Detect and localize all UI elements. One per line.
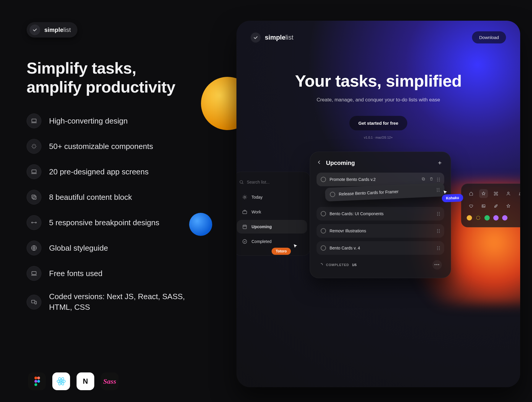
progress-icon bbox=[319, 263, 323, 267]
feature-text: High-converting design bbox=[49, 116, 128, 126]
svg-rect-6 bbox=[32, 300, 35, 303]
drag-handle-icon[interactable] bbox=[437, 188, 440, 192]
task-checkbox[interactable] bbox=[321, 177, 326, 182]
svg-point-8 bbox=[35, 377, 37, 379]
globe-icon bbox=[27, 241, 41, 255]
devices-icon bbox=[27, 295, 41, 309]
feature-item: Coded versions: Next JS, React, SASS, HT… bbox=[27, 291, 216, 312]
svg-rect-20 bbox=[243, 225, 246, 229]
task-label: Release Bento Cards for Framer bbox=[339, 189, 399, 197]
nextjs-icon: N bbox=[77, 372, 94, 390]
svg-rect-25 bbox=[482, 205, 485, 207]
get-started-button[interactable]: Get started for free bbox=[349, 116, 407, 130]
app-hero-subtitle: Create, manage, and conquer your to-do l… bbox=[236, 97, 520, 103]
back-icon[interactable] bbox=[317, 160, 322, 166]
task-checkbox[interactable] bbox=[321, 228, 326, 234]
check-circle-icon bbox=[242, 239, 247, 244]
task-checkbox[interactable] bbox=[321, 211, 326, 216]
drag-handle-icon[interactable] bbox=[437, 246, 440, 250]
more-button[interactable]: ••• bbox=[432, 260, 442, 270]
svg-rect-0 bbox=[32, 119, 36, 122]
user-cursor-tag-kohaku: Kohaku bbox=[442, 194, 463, 202]
sass-icon: Sass bbox=[101, 372, 119, 390]
sidebar-item-label: Upcoming bbox=[252, 224, 272, 229]
feature-text: 8 beautiful content block bbox=[49, 193, 132, 202]
tech-badges: N Sass bbox=[28, 372, 119, 390]
svg-rect-7 bbox=[35, 301, 37, 304]
drag-handle-icon[interactable] bbox=[437, 178, 440, 181]
svg-point-9 bbox=[37, 377, 40, 379]
feature-item: High-converting design bbox=[27, 114, 216, 128]
search-placeholder: Search list... bbox=[247, 180, 270, 184]
task-checkbox[interactable] bbox=[321, 245, 326, 251]
image-icon[interactable] bbox=[479, 202, 488, 210]
task-label: Bento Cards v. 4 bbox=[330, 246, 360, 250]
calendar-icon bbox=[242, 224, 247, 229]
brand-name: simplelist bbox=[44, 27, 71, 33]
task-row[interactable]: Bento Cards v. 4 bbox=[317, 241, 444, 255]
star-outline-icon[interactable] bbox=[504, 202, 513, 210]
check-icon bbox=[30, 25, 40, 35]
svg-point-18 bbox=[244, 196, 246, 198]
version-text: v1.0.1 · macOS 12+ bbox=[236, 136, 520, 139]
feature-text: Global styleguide bbox=[49, 244, 108, 253]
react-icon bbox=[52, 372, 70, 390]
completed-label: COMPLETED bbox=[326, 263, 349, 267]
copy-icon bbox=[27, 190, 41, 205]
trash-icon[interactable] bbox=[429, 177, 434, 182]
feature-item: 8 beautiful content block bbox=[27, 190, 216, 205]
command-icon[interactable] bbox=[492, 189, 500, 198]
svg-rect-1 bbox=[32, 170, 36, 173]
add-task-button[interactable] bbox=[435, 158, 444, 167]
download-button[interactable]: Download bbox=[472, 31, 506, 43]
app-header: simplelist Download bbox=[236, 21, 520, 54]
copy-icon[interactable] bbox=[421, 177, 426, 182]
figma-icon bbox=[28, 372, 46, 390]
svg-point-16 bbox=[60, 380, 62, 382]
task-row[interactable]: Removr Illustrations bbox=[317, 224, 444, 238]
svg-rect-19 bbox=[243, 211, 247, 214]
bell-icon[interactable] bbox=[516, 189, 520, 198]
sidebar-item-label: Completed bbox=[252, 239, 272, 244]
sidebar-item-label: Work bbox=[252, 210, 261, 214]
svg-point-11 bbox=[37, 380, 40, 382]
icon-picker-card bbox=[461, 184, 520, 227]
color-swatch[interactable] bbox=[493, 215, 499, 221]
home-icon[interactable] bbox=[467, 189, 476, 198]
brand-pill: simplelist bbox=[27, 22, 77, 38]
search-input[interactable]: Search list... bbox=[236, 177, 310, 189]
feature-item: 20 pre-designed app screens bbox=[27, 164, 216, 179]
color-swatches bbox=[467, 215, 520, 221]
sidebar-item-work[interactable]: Work bbox=[237, 205, 307, 219]
color-swatch[interactable] bbox=[467, 215, 472, 221]
app-preview-frame: simplelist Download Your tasks, simplifi… bbox=[236, 21, 520, 387]
color-swatch[interactable] bbox=[502, 215, 507, 221]
sparkle-icon bbox=[27, 139, 41, 154]
search-icon bbox=[239, 180, 244, 184]
svg-point-12 bbox=[35, 383, 37, 386]
briefcase-icon bbox=[242, 209, 247, 215]
user-icon[interactable] bbox=[504, 189, 513, 198]
sidebar-card: Search list... Today Work Upcoming Compl… bbox=[236, 172, 310, 256]
upcoming-card: Upcoming Promote Bento Cards v.2 Bento C… bbox=[310, 152, 451, 278]
task-label: Promote Bento Cards v.2 bbox=[330, 177, 376, 182]
star-icon[interactable] bbox=[479, 189, 488, 198]
feature-list: High-converting design 50+ customizable … bbox=[27, 114, 216, 312]
feature-text: 5 responsive breakpoint designs bbox=[49, 218, 159, 227]
color-swatch-selected[interactable] bbox=[476, 215, 481, 221]
laptop-icon bbox=[27, 164, 41, 179]
card-title: Upcoming bbox=[326, 160, 355, 166]
leaf-icon[interactable] bbox=[492, 202, 500, 210]
feature-text: Coded versions: Next JS, React, SASS, HT… bbox=[49, 291, 185, 312]
sidebar-item-today[interactable]: Today bbox=[237, 190, 307, 204]
drag-handle-icon[interactable] bbox=[437, 212, 440, 216]
color-swatch[interactable] bbox=[484, 215, 490, 221]
sidebar-item-upcoming[interactable]: Upcoming bbox=[237, 220, 307, 234]
drag-handle-icon[interactable] bbox=[437, 229, 440, 233]
task-row[interactable]: Bento Cards: UI Components bbox=[317, 207, 444, 221]
laptop-icon bbox=[27, 266, 41, 281]
check-icon bbox=[251, 33, 261, 43]
task-checkbox[interactable] bbox=[330, 192, 335, 197]
heart-icon[interactable] bbox=[467, 202, 476, 210]
hero-headline: Simplify tasks, amplify productivity bbox=[27, 59, 216, 96]
